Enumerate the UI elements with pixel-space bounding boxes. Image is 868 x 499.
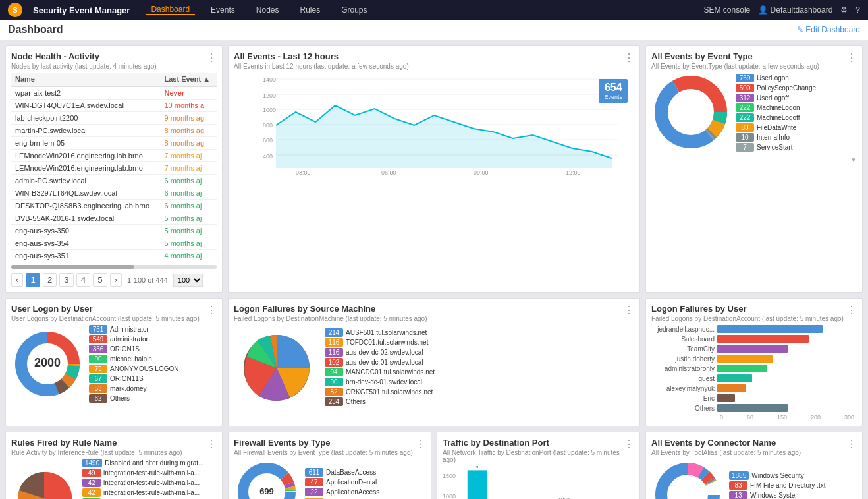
events-by-type-widget: All Events by Event Type All Events by E…: [645, 45, 863, 293]
legend-label: MANCDC01.tul.solarwinds.net: [346, 368, 435, 376]
bar-fill: [717, 345, 788, 353]
bar-fill: [717, 394, 735, 402]
user-menu[interactable]: 👤 Defaultdashboard: [758, 5, 832, 15]
last-event: 8 months ag: [160, 137, 217, 150]
legend-item: 769 UserLogon: [736, 74, 816, 82]
legend-label: DataBaseAccess: [326, 469, 376, 476]
legend-item: 90 michael.halpin: [89, 355, 178, 363]
user-logon-legend: 751 Administrator 549 administrator 356 …: [89, 325, 178, 404]
table-row: DESKTOP-QI8S8B3.engineering.lab.brno6 mo…: [11, 200, 217, 212]
logon-failures-machine-menu[interactable]: ⋮: [624, 304, 634, 316]
all-events-title: All Events - Last 12 hours: [234, 51, 409, 61]
page-3-btn[interactable]: 3: [59, 273, 73, 287]
user-logon-widget: User Logon by User User Logons by Destin…: [5, 298, 223, 426]
edit-dashboard-link[interactable]: Edit Dashboard: [797, 25, 860, 34]
bar-row: guest: [651, 374, 857, 382]
table-row: eng-aus-sys-3545 months aj: [11, 237, 217, 250]
legend-count: 94: [325, 368, 343, 376]
legend-count: 234: [325, 397, 343, 406]
table-row: eng-aus-sys-3514 months aj: [11, 250, 217, 262]
legend-item: 1885 Windows Security: [729, 471, 825, 480]
bar-row: justin.doherty: [651, 355, 857, 363]
logon-failures-user-chart: jedrandell.aspnoc... Salesboard TeamCity…: [651, 325, 857, 412]
logon-failures-machine-subtitle: Failed Logons by DestinationMachine (las…: [234, 315, 427, 322]
rules-fired-widget: Rules Fired by Rule Name Rule Activity b…: [5, 432, 223, 499]
traffic-dest-menu[interactable]: ⋮: [624, 438, 634, 450]
bar-row: alexey.malynyuk: [651, 384, 857, 392]
page-5-btn[interactable]: 5: [93, 273, 107, 287]
svg-text:699: 699: [259, 486, 274, 496]
user-logon-menu[interactable]: ⋮: [206, 304, 217, 316]
col-name[interactable]: Name: [11, 73, 160, 86]
nav-groups[interactable]: Groups: [336, 5, 372, 15]
bar-label: TeamCity: [651, 345, 717, 353]
table-row: DVB-55AK-2016-1.swdev.local5 months aj: [11, 212, 217, 225]
last-event: 6 months aj: [160, 175, 217, 187]
nav-rules[interactable]: Rules: [294, 5, 325, 15]
legend-label: UserLogoff: [757, 94, 789, 102]
col-last-event[interactable]: Last Event ▲: [160, 73, 217, 86]
logon-failures-machine-title: Logon Failures by Source Machine: [234, 304, 427, 314]
page-2-btn[interactable]: 2: [43, 273, 57, 287]
nav-events[interactable]: Events: [205, 5, 240, 15]
firewall-events-title: Firewall Events by Type: [234, 438, 413, 448]
settings-icon[interactable]: ⚙: [840, 5, 848, 15]
table-row: WIN-DGT4QU7C1EA.swdev.local10 months a: [11, 100, 217, 112]
page-1-btn[interactable]: 1: [26, 273, 40, 287]
legend-label: MachineLogon: [757, 104, 800, 111]
per-page-select[interactable]: 100 50 25: [173, 274, 203, 287]
sem-console-link[interactable]: SEM console: [704, 5, 751, 15]
svg-text:400: 400: [263, 153, 273, 160]
all-events-12h-widget: All Events - Last 12 hours All Events in…: [228, 45, 640, 293]
firewall-events-subtitle: All Firewall Events by EventType (last u…: [234, 449, 413, 456]
table-row: admin-PC.swdev.local6 months aj: [11, 175, 217, 187]
bar-label: Salesboard: [651, 336, 717, 343]
horizontal-scrollbar[interactable]: [11, 265, 217, 269]
connector-name-menu[interactable]: ⋮: [846, 438, 857, 450]
traffic-dest-widget: Traffic by Destination Port All Network …: [437, 432, 640, 499]
last-event: 6 months aj: [160, 187, 217, 200]
events-by-type-menu[interactable]: ⋮: [846, 51, 857, 64]
node-health-menu[interactable]: ⋮: [206, 51, 217, 64]
legend-label: ApplicationDenial: [326, 479, 377, 486]
rules-fired-legend: 1490 Disabled and alter during migrat...…: [82, 459, 203, 499]
last-event: 5 months aj: [160, 237, 217, 250]
traffic-bar-chart: 443 80 445 Others 4 6 1 1993: [461, 466, 589, 499]
bar-label: alexey.malynyuk: [651, 385, 717, 392]
legend-label: Disabled and alter during migrat...: [105, 459, 203, 467]
nav-dashboard[interactable]: Dashboard: [146, 5, 195, 15]
legend-item: 10 InternalInfo: [736, 133, 816, 142]
svg-text:2000: 2000: [34, 356, 61, 369]
legend-count: 751: [89, 325, 107, 334]
legend-item: 90 brn-dev-dc-01.swdev.local: [325, 378, 435, 386]
legend-count: 10: [736, 133, 754, 142]
next-page-btn[interactable]: ›: [110, 273, 122, 287]
legend-item: 611 DataBaseAccess: [305, 468, 379, 477]
logon-failures-user-title: Logon Failures by User: [651, 304, 844, 314]
node-name: lab-checkpoint2200: [11, 112, 160, 125]
page-title: Dashboard: [8, 24, 63, 36]
logon-failures-user-menu[interactable]: ⋮: [846, 304, 857, 316]
top-navigation: S Security Event Manager Dashboard Event…: [0, 0, 868, 20]
bar-fill: [717, 374, 752, 382]
legend-count: 611: [305, 468, 323, 477]
user-logon-title: User Logon by User: [11, 304, 200, 314]
traffic-dest-chart: 1500 1000 500 0 443 80 445 Others: [443, 466, 634, 499]
svg-text:1993: 1993: [558, 496, 570, 499]
help-icon[interactable]: ?: [855, 5, 860, 15]
nav-nodes[interactable]: Nodes: [251, 5, 285, 15]
node-name: WIN-DGT4QU7C1EA.swdev.local: [11, 100, 160, 112]
legend-count: 83: [736, 123, 754, 132]
table-row: wpar-aix-test2Never: [11, 86, 217, 100]
node-health-table: Name Last Event ▲ wpar-aix-test2NeverWIN…: [11, 73, 217, 262]
svg-text:06:00: 06:00: [381, 169, 396, 176]
rules-fired-menu[interactable]: ⋮: [206, 438, 217, 450]
page-4-btn[interactable]: 4: [76, 273, 90, 287]
firewall-events-chart: 699 611 DataBaseAccess 47 ApplicationDen…: [234, 459, 425, 499]
all-events-menu[interactable]: ⋮: [624, 51, 634, 64]
firewall-events-menu[interactable]: ⋮: [415, 438, 425, 450]
connector-name-legend: 1885 Windows Security 83 FIM File and Di…: [729, 471, 825, 499]
page-range: 1-100 of 444: [127, 276, 168, 284]
prev-page-btn[interactable]: ‹: [11, 273, 23, 287]
traffic-dest-subtitle: All Network Traffic by DestinationPort (…: [443, 449, 624, 463]
